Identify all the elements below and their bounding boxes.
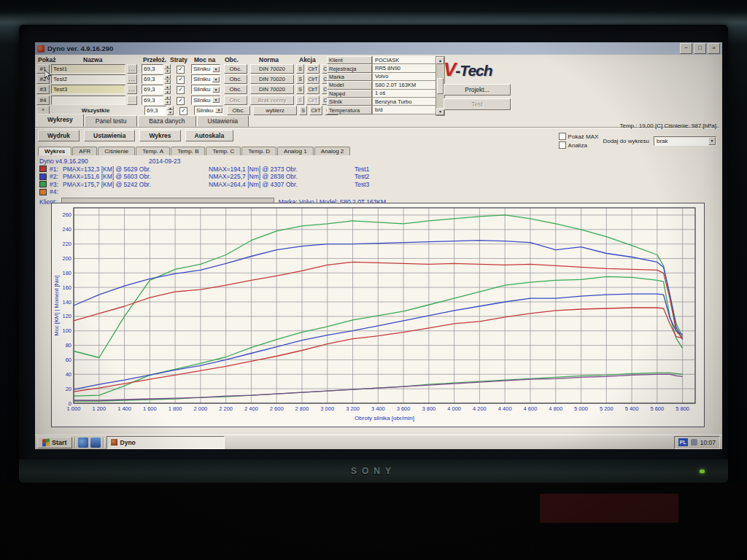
akcja-button-s[interactable]: S <box>299 106 307 115</box>
browse-button[interactable]: ... <box>127 85 137 94</box>
pokaz-max-checkbox[interactable]: Pokaż MAX <box>559 133 599 140</box>
obc-button[interactable]: Obc. <box>227 106 250 115</box>
akcja-button-s[interactable]: S <box>296 85 304 94</box>
tab-panel-testu[interactable]: Panel testu <box>85 115 138 127</box>
quick-launch-icon[interactable] <box>90 438 101 448</box>
chevron-down-icon[interactable]: ▼ <box>212 66 220 72</box>
toolbar-button-wykres[interactable]: Wykres <box>139 130 180 141</box>
test-button[interactable]: Test <box>444 98 511 110</box>
akcja-button-s[interactable]: S <box>296 74 304 84</box>
norma-button[interactable]: wybierz <box>253 106 297 115</box>
akcja-button-clrt[interactable]: ClrT <box>306 85 320 94</box>
spinner-down-icon[interactable]: ▼ <box>167 110 174 115</box>
chevron-down-icon[interactable]: ▼ <box>212 87 220 93</box>
subtab-temp-d[interactable]: Temp. D <box>241 147 276 155</box>
moc-na-select[interactable]: Silniku▼ <box>191 64 220 74</box>
language-indicator[interactable]: PL <box>678 438 688 446</box>
straty-checkbox[interactable]: ✓ <box>179 107 187 115</box>
minimize-button[interactable]: − <box>680 43 692 54</box>
analiza-box[interactable] <box>559 141 566 149</box>
subtab-ci-nienie[interactable]: Ciśnienie <box>98 147 135 155</box>
browse-button[interactable]: ... <box>127 74 137 84</box>
subtab-afr[interactable]: AFR <box>72 147 97 155</box>
spinner-down-icon[interactable]: ▼ <box>164 100 171 105</box>
browse-button[interactable]: ... <box>127 64 137 74</box>
norma-button[interactable]: DIN 70020 <box>250 64 294 74</box>
toolbar-button-wydruk[interactable]: Wydruk <box>38 130 80 141</box>
akcja-button-clrt[interactable]: ClrT <box>306 64 320 74</box>
subtab-analog-2[interactable]: Analog 2 <box>314 147 351 155</box>
chevron-down-icon[interactable]: ▼ <box>212 77 220 82</box>
taskbar-item-dyno[interactable]: Dyno <box>107 436 225 449</box>
norma-button[interactable]: DIN 70020 <box>250 85 294 94</box>
close-button[interactable]: × <box>708 43 720 54</box>
test-name-field[interactable] <box>51 96 125 105</box>
ratio-spinner[interactable]: 69,3 <box>142 96 163 105</box>
scroll-thumb[interactable] <box>437 78 444 94</box>
chart-plot[interactable]: 1 0001 2001 4001 6001 8002 0002 2002 400… <box>52 203 703 425</box>
browse-button[interactable]: ... <box>127 96 137 105</box>
spinner-down-icon[interactable]: ▼ <box>164 90 171 95</box>
client-field-value[interactable]: S80 2.0T 163KM <box>372 81 436 89</box>
chevron-down-icon[interactable]: ▼ <box>215 107 222 113</box>
spinner-down-icon[interactable]: ▼ <box>164 79 171 85</box>
test-row-toggle[interactable]: #1 <box>36 64 50 74</box>
straty-checkbox[interactable]: ✓ <box>177 66 185 74</box>
tab-ustawienia[interactable]: Ustawienia <box>197 115 249 127</box>
chevron-down-icon[interactable]: ▼ <box>212 97 220 103</box>
test-name-field[interactable]: Test2 <box>51 74 125 84</box>
start-button[interactable]: Start <box>37 437 72 448</box>
akcja-button-s[interactable]: S <box>296 64 304 74</box>
akcja-button-s[interactable]: S <box>296 96 304 105</box>
akcja-button-clrt[interactable]: ClrT <box>306 96 320 105</box>
tray-icon[interactable] <box>691 439 697 446</box>
dyno-chart[interactable]: 1 0001 2001 4001 6001 8002 0002 2002 400… <box>51 203 705 427</box>
analiza-checkbox[interactable]: Analiza <box>559 141 599 149</box>
akcja-button-clrt[interactable]: ClrT <box>309 106 322 115</box>
client-field-value[interactable]: POCIASK <box>372 56 436 64</box>
test-row-toggle[interactable]: #3 <box>36 85 50 94</box>
client-field-value[interactable]: RR5 8N90 <box>372 64 436 72</box>
straty-checkbox[interactable]: ✓ <box>177 86 185 94</box>
client-field-value[interactable]: b/d <box>372 106 436 114</box>
obc-button[interactable]: Obc. <box>224 96 247 105</box>
ratio-spinner[interactable]: 69,3 <box>142 64 163 74</box>
moc-na-select[interactable]: Silniku▼ <box>194 106 223 115</box>
tab-baza-danych[interactable]: Baza danych <box>138 115 196 127</box>
norma-button[interactable]: DIN 70020 <box>250 74 294 84</box>
norma-button[interactable]: Brak normy <box>250 96 294 105</box>
obc-button[interactable]: Obc. <box>224 74 247 84</box>
dodaj-select[interactable]: brak ▼ <box>654 136 716 146</box>
moc-na-select[interactable]: Silniku▼ <box>191 96 220 105</box>
subtab-temp-c[interactable]: Temp. C <box>206 147 241 155</box>
straty-checkbox[interactable]: ✓ <box>177 76 185 84</box>
maximize-button[interactable]: □ <box>694 43 706 54</box>
test-row-toggle[interactable]: #2 <box>36 74 50 84</box>
pokaz-max-box[interactable] <box>559 133 566 140</box>
obc-button[interactable]: Obc. <box>224 85 247 94</box>
chevron-down-icon[interactable]: ▼ <box>708 137 716 145</box>
obc-button[interactable]: Obc. <box>224 64 247 74</box>
straty-checkbox[interactable]: ✓ <box>177 97 185 105</box>
subtab-wykres[interactable]: Wykres <box>38 147 71 155</box>
toolbar-button-autoskala[interactable]: Autoskala <box>185 130 234 141</box>
clock[interactable]: 10:07 <box>700 439 716 446</box>
test-name-field[interactable]: Test1 <box>51 64 125 74</box>
ratio-spinner[interactable]: 69,3 <box>142 85 163 94</box>
ratio-spinner[interactable]: 69,3 <box>142 74 163 84</box>
quick-launch-icon[interactable] <box>78 438 88 448</box>
projekt-button[interactable]: Projekt... <box>444 84 511 96</box>
client-field-value[interactable]: Benzyna Turbo <box>372 98 436 106</box>
subtab-temp-a[interactable]: Temp. A <box>136 147 170 155</box>
ratio-spinner[interactable]: 69,3 <box>144 106 166 115</box>
test-row-toggle[interactable]: #4 <box>36 96 50 105</box>
moc-na-select[interactable]: Silniku▼ <box>191 85 220 94</box>
test-name-field[interactable]: Test3 <box>51 85 125 94</box>
client-field-value[interactable]: Volvo <box>372 73 436 81</box>
moc-na-select[interactable]: Silniku▼ <box>191 74 220 84</box>
toolbar-button-ustawienia[interactable]: Ustawienia <box>84 130 135 141</box>
client-field-value[interactable]: 1 oś <box>372 90 436 98</box>
subtab-analog-1[interactable]: Analog 1 <box>277 147 314 155</box>
spinner-down-icon[interactable]: ▼ <box>164 69 171 74</box>
tab-wykresy[interactable]: Wykresy <box>36 114 84 127</box>
